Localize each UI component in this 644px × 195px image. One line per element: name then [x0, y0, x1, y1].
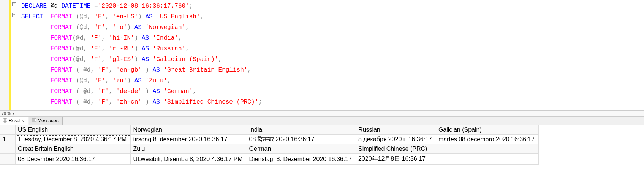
tab-label: Messages	[38, 118, 59, 123]
cell[interactable]: tirsdag 8. desember 2020 16.36.17	[131, 135, 247, 144]
sql-editor[interactable]: − − DECLARE @d DATETIME ='2020-12-08 16:…	[0, 0, 644, 111]
table-header-row: US English Norwegian India Russian Galic…	[0, 125, 539, 135]
punct: ,	[101, 45, 109, 52]
punct: )	[134, 35, 138, 42]
column-header[interactable]: German	[247, 144, 356, 154]
results-grid[interactable]: US English Norwegian India Russian Galic…	[0, 125, 644, 165]
tab-label: Results	[9, 118, 24, 123]
punct: ,	[247, 67, 251, 74]
string-literal: 'de-de'	[116, 88, 142, 95]
keyword-datetime: DATETIME	[62, 3, 91, 10]
punct: )	[142, 67, 149, 74]
string-literal: 'Russian'	[153, 45, 185, 52]
column-header[interactable]: Galician (Spain)	[436, 125, 539, 135]
fold-toggle-icon[interactable]: −	[12, 13, 16, 17]
zoom-indicator[interactable]: 79 % ▾	[0, 111, 644, 117]
function-format: FORMAT	[51, 24, 73, 31]
punct: )	[142, 99, 149, 105]
editor-gutter	[0, 0, 11, 110]
punct: ,	[105, 13, 112, 20]
punct: ,	[218, 56, 222, 63]
cell[interactable]: ULwesibili, Disemba 8, 2020 4:36:17 PM	[131, 154, 247, 165]
cell[interactable]: martes 08 decembro 2020 16:36:17	[436, 135, 539, 144]
results-table: US English Norwegian India Russian Galic…	[0, 125, 539, 165]
grid-icon	[3, 118, 7, 123]
tab-results[interactable]: Results	[0, 117, 28, 125]
table-header-row: Great Britain English Zulu German Simpli…	[0, 144, 539, 154]
punct: )	[134, 56, 138, 63]
keyword-as: AS	[134, 77, 142, 84]
string-literal: 'F'	[94, 24, 105, 31]
fold-toggle-icon[interactable]: −	[12, 2, 16, 6]
string-literal: 'F'	[90, 45, 101, 52]
cell[interactable]: 8 декабря 2020 г. 16:36:17	[356, 135, 436, 144]
punct: )	[127, 77, 131, 84]
column-header[interactable]: Simplified Chinese (PRC)	[356, 144, 538, 154]
punct: ,	[193, 88, 196, 95]
table-row: 1 Tuesday, December 8, 2020 4:36:17 PM t…	[0, 135, 539, 144]
column-header[interactable]: Zulu	[131, 144, 247, 154]
punct: ( @d,	[76, 67, 98, 74]
punct: ( @d,	[76, 88, 98, 95]
string-literal: 'F'	[90, 35, 101, 42]
punct: ;	[258, 99, 262, 105]
code-content[interactable]: DECLARE @d DATETIME ='2020-12-08 16:36:1…	[20, 0, 262, 110]
column-header[interactable]: India	[247, 125, 356, 135]
punct: (@d,	[76, 77, 94, 84]
function-format: FORMAT	[51, 56, 73, 63]
row-header-blank[interactable]	[0, 144, 16, 154]
keyword-as: AS	[134, 24, 142, 31]
tab-messages[interactable]: Messages	[29, 117, 63, 125]
punct: (@d,	[72, 35, 90, 42]
column-header[interactable]: Great Britain English	[16, 144, 131, 154]
fold-line	[14, 6, 14, 13]
punct: ,	[109, 99, 116, 105]
cell[interactable]: 08 दिसम्बर 2020 16:36:17	[247, 135, 356, 144]
string-literal: 'no'	[112, 24, 127, 31]
punct: (@d,	[76, 13, 94, 20]
cell[interactable]: Tuesday, December 8, 2020 4:36:17 PM	[16, 135, 131, 144]
keyword-as: AS	[142, 35, 149, 42]
row-number[interactable]: 1	[0, 135, 16, 144]
function-format: FORMAT	[51, 77, 73, 84]
messages-icon	[32, 118, 36, 123]
operator: =	[94, 3, 98, 10]
string-literal: 'en-US'	[112, 13, 138, 20]
column-header[interactable]: Norwegian	[131, 125, 247, 135]
cell[interactable]: Dienstag, 8. Dezember 2020 16:36:17	[247, 154, 356, 165]
keyword-as: AS	[153, 67, 160, 74]
cell[interactable]: 08 December 2020 16:36:17	[16, 154, 131, 165]
string-literal: 'Zulu'	[146, 77, 168, 84]
function-format: FORMAT	[51, 35, 73, 42]
row-header-blank[interactable]	[0, 125, 16, 135]
string-literal: 'F'	[98, 88, 109, 95]
punct: )	[127, 24, 131, 31]
string-literal: 'en-gb'	[116, 67, 142, 74]
keyword-as: AS	[142, 56, 149, 63]
keyword-as: AS	[142, 45, 149, 52]
punct: ,	[167, 77, 171, 84]
punct: )	[142, 88, 149, 95]
cell[interactable]: 2020年12月8日 16:36:17	[356, 154, 538, 165]
row-header-blank[interactable]	[0, 154, 16, 165]
punct: ,	[185, 24, 189, 31]
column-header[interactable]: US English	[16, 125, 131, 135]
punct: ,	[109, 88, 116, 95]
string-literal: 'hi-IN'	[109, 35, 134, 42]
fold-line	[14, 17, 14, 105]
punct: (@d,	[72, 45, 90, 52]
punct: ,	[101, 56, 109, 63]
punct: ,	[185, 45, 189, 52]
string-literal: 'Great Britain English'	[164, 67, 248, 74]
variable: @d	[51, 3, 58, 10]
punct: ,	[178, 35, 182, 42]
string-literal: 'F'	[94, 13, 105, 20]
string-literal: 'F'	[94, 77, 105, 84]
string-literal: '2020-12-08 16:36:17.760'	[98, 3, 189, 10]
string-literal: 'zu'	[112, 77, 127, 84]
string-literal: 'Galician (Spain)'	[153, 56, 218, 63]
zoom-level: 79 %	[2, 111, 11, 116]
function-format: FORMAT	[51, 99, 73, 105]
punct: ,	[105, 77, 112, 84]
column-header[interactable]: Russian	[356, 125, 436, 135]
